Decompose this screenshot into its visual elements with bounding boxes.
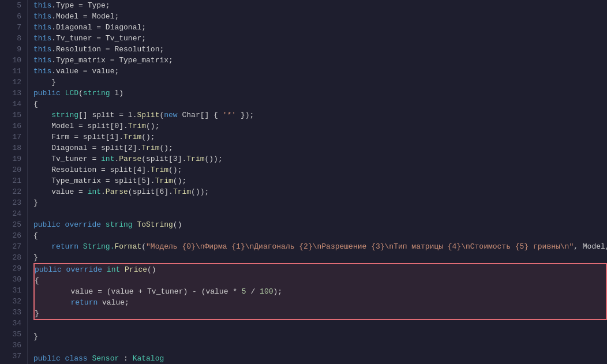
line-number: 31 bbox=[5, 285, 21, 296]
line-number: 13 bbox=[5, 88, 21, 99]
code-line: } bbox=[33, 197, 607, 208]
line-number: 37 bbox=[5, 351, 21, 362]
line-number: 17 bbox=[5, 132, 21, 142]
code-content[interactable]: this.Type = Type;this.Model = Model;this… bbox=[28, 0, 607, 364]
code-line: public override string ToString() bbox=[33, 219, 607, 230]
line-number: 25 bbox=[5, 219, 21, 230]
line-number: 26 bbox=[5, 230, 21, 241]
code-line: } bbox=[33, 331, 607, 342]
line-number: 29 bbox=[5, 263, 21, 274]
line-number: 22 bbox=[5, 186, 21, 197]
code-line bbox=[33, 208, 607, 219]
line-number: 21 bbox=[5, 175, 21, 186]
code-line: this.Type = Type; bbox=[33, 0, 607, 11]
code-line: { bbox=[33, 230, 607, 241]
line-number: 35 bbox=[5, 329, 21, 340]
code-line: { bbox=[33, 99, 607, 110]
code-line: value = (value + Tv_tuner) - (value * 5 … bbox=[33, 286, 607, 297]
code-line: Model = split[0].Trim(); bbox=[33, 121, 607, 132]
line-numbers: 5678910111213141516171819202122232425262… bbox=[0, 0, 28, 364]
line-number: 16 bbox=[5, 121, 21, 132]
code-line: Tv_tuner = int.Parse(split[3].Trim()); bbox=[33, 153, 607, 164]
line-number: 5 bbox=[5, 0, 21, 11]
line-number: 32 bbox=[5, 296, 21, 307]
line-number: 27 bbox=[5, 241, 21, 252]
line-number: 23 bbox=[5, 197, 21, 208]
code-line: Firm = split[1].Trim(); bbox=[33, 132, 607, 142]
code-line: Type_matrix = split[5].Trim(); bbox=[33, 175, 607, 186]
line-number: 10 bbox=[5, 55, 21, 66]
line-number: 18 bbox=[5, 142, 21, 153]
code-line: } bbox=[33, 252, 607, 263]
line-number: 14 bbox=[5, 99, 21, 110]
code-line: this.Type_matrix = Type_matrix; bbox=[33, 55, 607, 66]
line-number: 34 bbox=[5, 318, 21, 329]
code-line: this.Diagonal = Diagonal; bbox=[33, 22, 607, 33]
line-number: 12 bbox=[5, 77, 21, 88]
line-number: 7 bbox=[5, 22, 21, 33]
line-number: 19 bbox=[5, 153, 21, 164]
code-line: public LCD(string l) bbox=[33, 88, 607, 99]
line-number: 11 bbox=[5, 66, 21, 77]
line-number: 9 bbox=[5, 44, 21, 55]
line-number: 36 bbox=[5, 340, 21, 351]
code-line: return String.Format("Модель {0}\nФирма … bbox=[33, 241, 607, 252]
code-line bbox=[33, 342, 607, 353]
code-line: value = int.Parse(split[6].Trim()); bbox=[33, 186, 607, 197]
line-number: 38 bbox=[5, 362, 21, 364]
code-line: Resolution = split[4].Trim(); bbox=[33, 164, 607, 175]
code-line: this.value = value; bbox=[33, 66, 607, 77]
code-line: } bbox=[33, 308, 607, 320]
line-number: 33 bbox=[5, 307, 21, 318]
code-line: public override int Price() bbox=[33, 263, 607, 275]
line-number: 28 bbox=[5, 252, 21, 263]
code-line: this.Tv_tuner = Tv_tuner; bbox=[33, 33, 607, 44]
code-line: this.Model = Model; bbox=[33, 11, 607, 22]
line-number: 15 bbox=[5, 110, 21, 121]
line-number: 8 bbox=[5, 33, 21, 44]
code-line: this.Resolution = Resolution; bbox=[33, 44, 607, 55]
code-line bbox=[33, 320, 607, 331]
line-number: 20 bbox=[5, 164, 21, 175]
line-number: 24 bbox=[5, 208, 21, 219]
code-line: public class Sensor : Katalog bbox=[33, 353, 607, 364]
line-number: 6 bbox=[5, 11, 21, 22]
code-line: Diagonal = split[2].Trim(); bbox=[33, 142, 607, 153]
code-line: return value; bbox=[33, 297, 607, 308]
code-line: } bbox=[33, 77, 607, 88]
line-number: 30 bbox=[5, 274, 21, 285]
code-editor: 5678910111213141516171819202122232425262… bbox=[0, 0, 607, 364]
code-line: { bbox=[33, 275, 607, 286]
code-line: string[] split = l.Split(new Char[] { '*… bbox=[33, 110, 607, 121]
